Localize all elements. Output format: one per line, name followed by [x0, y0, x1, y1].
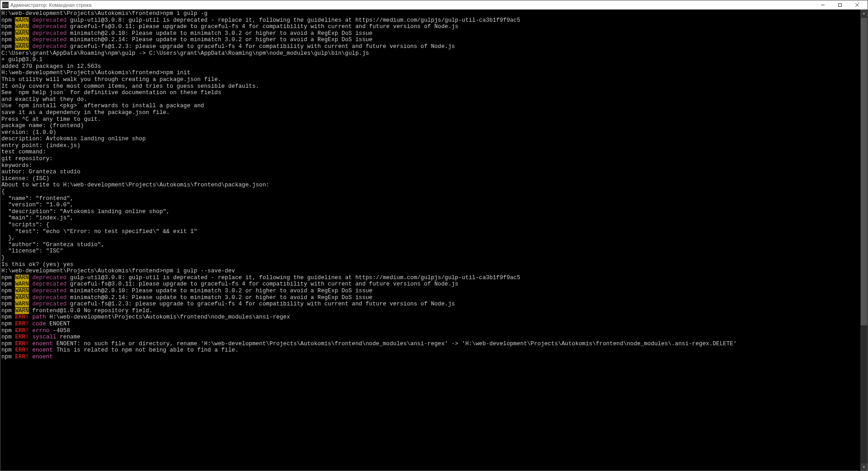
- terminal-line: "version": "1.0.0",: [1, 202, 859, 209]
- scrollbar-down-button[interactable]: ▼: [860, 463, 868, 471]
- terminal-line: npm WARN deprecated graceful-fs@3.0.11: …: [1, 281, 859, 288]
- terminal-area: H:\web-development\Projects\Autokomis\fr…: [0, 10, 868, 471]
- terminal-line: npm ERR! errno -4058: [1, 328, 859, 334]
- terminal-line: H:\web-development\Projects\Autokomis\fr…: [1, 70, 859, 76]
- terminal-line: npm ERR! enoent This is related to npm n…: [1, 347, 859, 354]
- terminal-line: keywords:: [1, 162, 859, 169]
- terminal-line: npm WARN deprecated minimatch@0.2.14: Pl…: [1, 295, 859, 301]
- terminal-line: version: (1.0.0): [1, 129, 859, 136]
- terminal-line: description: Avtokomis landing online sh…: [1, 136, 859, 143]
- terminal-line: npm WARN deprecated graceful-fs@3.0.11: …: [1, 24, 859, 30]
- terminal-line: "author": "Granteza studio",: [1, 242, 859, 248]
- terminal-line: About to write to H:\web-development\Pro…: [1, 182, 859, 189]
- window-title: Администратор: Командная строка: [10, 2, 814, 8]
- scrollbar-thumb[interactable]: [861, 18, 867, 325]
- terminal-line: added 270 packages in 12.563s: [1, 63, 859, 70]
- terminal-line: git repository:: [1, 156, 859, 162]
- app-icon: C:\: [2, 2, 9, 8]
- terminal-line: This utility will walk you through creat…: [1, 76, 859, 83]
- terminal-line: Is this ok? (yes) yes: [1, 262, 859, 268]
- terminal-output[interactable]: H:\web-development\Projects\Autokomis\fr…: [0, 10, 860, 471]
- terminal-line: Use `npm install <pkg>` afterwards to in…: [1, 103, 859, 109]
- terminal-line: author: Granteza studio: [1, 169, 859, 176]
- maximize-button[interactable]: [831, 0, 849, 10]
- terminal-line: npm WARN deprecated gulp-util@3.0.8: gul…: [1, 17, 859, 24]
- terminal-line: npm ERR! syscall rename: [1, 334, 859, 341]
- terminal-line: test command:: [1, 149, 859, 156]
- terminal-line: npm WARN deprecated graceful-fs@1.2.3: p…: [1, 301, 859, 308]
- titlebar[interactable]: C:\ Администратор: Командная строка: [0, 0, 868, 10]
- terminal-line: H:\web-development\Projects\Autokomis\fr…: [1, 268, 859, 275]
- terminal-line: C:\Users\grant\AppData\Roaming\npm\gulp …: [1, 50, 859, 57]
- close-button[interactable]: [849, 0, 866, 10]
- terminal-line: "description": "Avtokomis landing online…: [1, 209, 859, 215]
- terminal-line: Press ^C at any time to quit.: [1, 116, 859, 123]
- terminal-line: },: [1, 235, 859, 242]
- terminal-line: entry point: (index.js): [1, 143, 859, 149]
- terminal-line: npm WARN deprecated minimatch@2.0.10: Pl…: [1, 30, 859, 37]
- command-prompt-window: C:\ Администратор: Командная строка H:\w…: [0, 0, 868, 471]
- terminal-line: "license": "ISC": [1, 248, 859, 255]
- terminal-line: npm WARN deprecated gulp-util@3.0.8: gul…: [1, 275, 859, 281]
- terminal-line: "name": "frontend",: [1, 195, 859, 202]
- terminal-line: save it as a dependency in the package.j…: [1, 109, 859, 116]
- terminal-line: "main": "index.js",: [1, 215, 859, 222]
- terminal-line: package name: (frontend): [1, 123, 859, 129]
- terminal-line: "scripts": {: [1, 222, 859, 228]
- terminal-line: {: [1, 189, 859, 195]
- terminal-line: npm ERR! code ENOENT: [1, 321, 859, 328]
- svg-rect-1: [839, 4, 842, 7]
- terminal-line: license: (ISC): [1, 176, 859, 182]
- terminal-line: npm ERR! path H:\web-development\Project…: [1, 314, 859, 321]
- terminal-line: See `npm help json` for definitive docum…: [1, 90, 859, 96]
- terminal-line: npm WARN deprecated minimatch@2.0.10: Pl…: [1, 288, 859, 295]
- minimize-button[interactable]: [814, 0, 831, 10]
- terminal-line: + gulp@3.9.1: [1, 57, 859, 63]
- terminal-line: "test": "echo \"Error: no test specified…: [1, 228, 859, 235]
- terminal-line: npm WARN deprecated minimatch@0.2.14: Pl…: [1, 37, 859, 43]
- window-controls: [814, 0, 866, 10]
- terminal-line: npm WARN deprecated graceful-fs@1.2.3: p…: [1, 43, 859, 50]
- scrollbar-up-button[interactable]: ▲: [860, 10, 868, 17]
- terminal-line: It only covers the most common items, an…: [1, 83, 859, 90]
- terminal-line: }: [1, 255, 859, 262]
- terminal-line: npm ERR! enoent: [1, 354, 859, 361]
- terminal-line: H:\web-development\Projects\Autokomis\fr…: [1, 10, 859, 17]
- scrollbar[interactable]: ▲ ▼: [860, 10, 868, 471]
- terminal-line: npm ERR! enoent ENOENT: no such file or …: [1, 341, 859, 347]
- terminal-line: npm WARN frontend@1.0.0 No repository fi…: [1, 308, 859, 314]
- terminal-line: and exactly what they do.: [1, 96, 859, 103]
